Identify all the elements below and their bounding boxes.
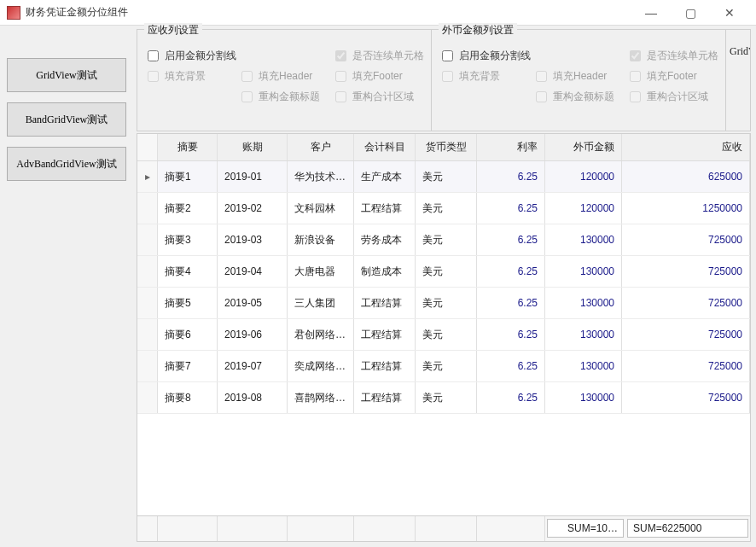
col-rate[interactable]: 利率 <box>477 134 545 160</box>
close-button[interactable]: ✕ <box>710 0 749 26</box>
cell-summary[interactable]: 摘要2 <box>158 193 218 224</box>
cell-summary[interactable]: 摘要7 <box>158 351 218 381</box>
cell-client[interactable]: 喜鹊网络… <box>288 382 354 413</box>
cell-receivable[interactable]: 1250000 <box>622 193 750 224</box>
cell-currency[interactable]: 美元 <box>416 319 477 350</box>
cell-subject[interactable]: 工程结算 <box>354 319 416 350</box>
cell-client[interactable]: 大唐电器 <box>288 256 354 287</box>
cell-client[interactable]: 君创网络… <box>288 319 354 350</box>
table-row[interactable]: 摘要22019-02文科园林工程结算美元6.251200001250000 <box>137 193 750 224</box>
maximize-button[interactable]: ▢ <box>671 0 710 26</box>
cell-subject[interactable]: 劳务成本 <box>354 224 416 255</box>
cell-currency[interactable]: 美元 <box>416 161 477 192</box>
advbandgridview-test-button[interactable]: AdvBandGridView测试 <box>7 147 126 181</box>
cell-fxamount[interactable]: 130000 <box>545 224 622 255</box>
cell-summary[interactable]: 摘要8 <box>158 382 218 413</box>
cell-fxamount[interactable]: 130000 <box>545 256 622 287</box>
table-row[interactable]: 摘要72019-07奕成网络…工程结算美元6.25130000725000 <box>137 351 750 382</box>
cell-receivable[interactable]: 625000 <box>622 161 750 192</box>
table-row[interactable]: 摘要62019-06君创网络…工程结算美元6.25130000725000 <box>137 319 750 351</box>
col-fxamount[interactable]: 外币金额 <box>545 134 622 160</box>
cell-client[interactable]: 奕成网络… <box>288 351 354 381</box>
cell-rate[interactable]: 6.25 <box>477 319 545 350</box>
cell-subject[interactable]: 生产成本 <box>354 161 416 192</box>
recv-enable-split-check[interactable]: 启用金额分割线 <box>144 46 238 66</box>
cell-client[interactable]: 新浪设备 <box>288 224 354 255</box>
cell-receivable[interactable]: 725000 <box>622 351 750 381</box>
cell-period[interactable]: 2019-05 <box>218 288 288 318</box>
cell-summary[interactable]: 摘要5 <box>158 288 218 318</box>
cell-receivable[interactable]: 725000 <box>622 288 750 318</box>
cell-receivable[interactable]: 725000 <box>622 382 750 413</box>
foot-rate <box>477 516 545 541</box>
cell-summary[interactable]: 摘要1 <box>158 161 218 192</box>
cell-period[interactable]: 2019-03 <box>218 224 288 255</box>
fx-enable-split-check[interactable]: 启用金额分割线 <box>439 46 532 66</box>
row-indicator <box>137 288 158 318</box>
cell-currency[interactable]: 美元 <box>416 351 477 381</box>
cell-client[interactable]: 三人集团 <box>288 288 354 318</box>
cell-currency[interactable]: 美元 <box>416 288 477 318</box>
row-indicator: ▸ <box>137 161 158 192</box>
cell-rate[interactable]: 6.25 <box>477 382 545 413</box>
cell-period[interactable]: 2019-06 <box>218 319 288 350</box>
table-row[interactable]: 摘要52019-05三人集团工程结算美元6.25130000725000 <box>137 288 750 319</box>
fx-group: 外币金额列设置 启用金额分割线 是否连续单元格 填充背景 填充Header 填充… <box>431 29 726 131</box>
cell-summary[interactable]: 摘要6 <box>158 319 218 350</box>
cell-period[interactable]: 2019-01 <box>218 161 288 192</box>
cell-currency[interactable]: 美元 <box>416 193 477 224</box>
cell-rate[interactable]: 6.25 <box>477 351 545 381</box>
table-row[interactable]: 摘要82019-08喜鹊网络…工程结算美元6.25130000725000 <box>137 382 750 414</box>
cell-receivable[interactable]: 725000 <box>622 319 750 350</box>
col-period[interactable]: 账期 <box>218 134 288 160</box>
cell-currency[interactable]: 美元 <box>416 256 477 287</box>
cell-period[interactable]: 2019-04 <box>218 256 288 287</box>
cell-client[interactable]: 文科园林 <box>288 193 354 224</box>
table-row[interactable]: 摘要42019-04大唐电器制造成本美元6.25130000725000 <box>137 256 750 288</box>
foot-subject <box>354 516 416 541</box>
cell-subject[interactable]: 工程结算 <box>354 193 416 224</box>
cell-period[interactable]: 2019-07 <box>218 351 288 381</box>
bandgridview-test-button[interactable]: BandGridView测试 <box>7 102 126 137</box>
cell-fxamount[interactable]: 130000 <box>545 319 622 350</box>
table-row[interactable]: ▸摘要12019-01华为技术…生产成本美元6.25120000625000 <box>137 161 750 193</box>
cell-fxamount[interactable]: 130000 <box>545 382 622 413</box>
cell-summary[interactable]: 摘要4 <box>158 256 218 287</box>
foot-indicator <box>137 516 158 541</box>
cell-rate[interactable]: 6.25 <box>477 256 545 287</box>
cell-receivable[interactable]: 725000 <box>622 224 750 255</box>
cell-subject[interactable]: 工程结算 <box>354 382 416 413</box>
cell-period[interactable]: 2019-02 <box>218 193 288 224</box>
cell-fxamount[interactable]: 120000 <box>545 161 622 192</box>
cell-currency[interactable]: 美元 <box>416 224 477 255</box>
col-summary[interactable]: 摘要 <box>158 134 218 160</box>
cell-period[interactable]: 2019-08 <box>218 382 288 413</box>
cell-rate[interactable]: 6.25 <box>477 224 545 255</box>
col-client[interactable]: 客户 <box>288 134 354 160</box>
cell-subject[interactable]: 工程结算 <box>354 288 416 318</box>
cell-summary[interactable]: 摘要3 <box>158 224 218 255</box>
fx-rebuild-sum-check: 重构合计区域 <box>626 87 720 107</box>
extra-group-cut: GridVi <box>725 29 751 131</box>
gridview-test-button[interactable]: GridView测试 <box>7 58 126 92</box>
cell-subject[interactable]: 制造成本 <box>354 256 416 287</box>
data-grid[interactable]: 摘要 账期 客户 会计科目 货币类型 利率 外币金额 应收 ▸摘要12019-0… <box>137 133 751 542</box>
cell-rate[interactable]: 6.25 <box>477 288 545 318</box>
left-panel: GridView测试 BandGridView测试 AdvBandGridVie… <box>7 58 126 181</box>
cell-fxamount[interactable]: 130000 <box>545 351 622 381</box>
cell-client[interactable]: 华为技术… <box>288 161 354 192</box>
cell-rate[interactable]: 6.25 <box>477 161 545 192</box>
minimize-button[interactable]: — <box>631 0 671 26</box>
cell-rate[interactable]: 6.25 <box>477 193 545 224</box>
fx-fill-footer-check: 填充Footer <box>626 67 720 86</box>
col-receivable[interactable]: 应收 <box>622 134 750 160</box>
col-subject[interactable]: 会计科目 <box>354 134 416 160</box>
cell-currency[interactable]: 美元 <box>416 382 477 413</box>
cell-subject[interactable]: 工程结算 <box>354 351 416 381</box>
cell-fxamount[interactable]: 130000 <box>545 288 622 318</box>
col-currency[interactable]: 货币类型 <box>416 134 477 160</box>
grid-empty-area <box>137 414 750 515</box>
cell-receivable[interactable]: 725000 <box>622 256 750 287</box>
table-row[interactable]: 摘要32019-03新浪设备劳务成本美元6.25130000725000 <box>137 224 750 256</box>
cell-fxamount[interactable]: 120000 <box>545 193 622 224</box>
